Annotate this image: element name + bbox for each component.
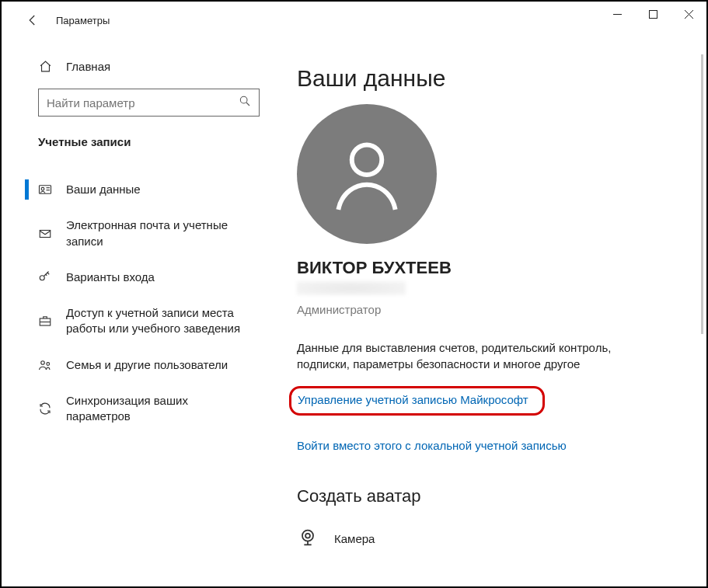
camera-icon xyxy=(297,527,319,551)
avatar xyxy=(297,104,437,244)
sidebar-item-label: Синхронизация ваших параметров xyxy=(66,393,253,425)
key-icon xyxy=(38,270,52,284)
svg-point-15 xyxy=(47,362,50,365)
svg-point-11 xyxy=(40,276,44,280)
create-avatar-heading: Создать аватар xyxy=(297,486,683,506)
sidebar-item-work-access[interactable]: Доступ к учетной записи места работы или… xyxy=(2,295,274,347)
home-icon xyxy=(38,59,52,73)
sidebar-item-label: Семья и другие пользователи xyxy=(66,357,228,373)
camera-label: Камера xyxy=(334,532,375,545)
sidebar-item-your-info[interactable]: Ваши данные xyxy=(2,172,274,207)
minimize-button[interactable] xyxy=(599,2,635,26)
window-title: Параметры xyxy=(56,15,110,26)
user-email-redacted xyxy=(297,281,406,295)
svg-rect-1 xyxy=(649,10,657,18)
highlight-annotation: Управление учетной записью Майкрософт xyxy=(289,386,545,416)
svg-rect-10 xyxy=(40,230,51,237)
svg-point-7 xyxy=(41,188,44,191)
search-input[interactable] xyxy=(38,89,260,117)
page-title: Ваши данные xyxy=(297,65,683,92)
svg-point-16 xyxy=(352,144,382,174)
camera-option[interactable]: Камера xyxy=(297,527,683,551)
close-button[interactable] xyxy=(671,2,706,26)
sidebar-item-label: Электронная почта и учетные записи xyxy=(66,217,253,249)
svg-line-5 xyxy=(246,103,249,106)
window-controls xyxy=(599,2,706,26)
search-field[interactable] xyxy=(47,96,239,110)
sidebar: Главная Учетные записи Ваши данные Элект… xyxy=(2,39,274,586)
account-description: Данные для выставления счетов, родительс… xyxy=(297,339,631,372)
search-icon xyxy=(239,95,251,110)
sidebar-item-label: Ваши данные xyxy=(66,182,141,197)
svg-point-4 xyxy=(240,96,247,103)
user-name: ВИКТОР БУХТЕЕВ xyxy=(297,258,683,278)
svg-point-14 xyxy=(41,360,45,364)
manage-microsoft-account-link[interactable]: Управление учетной записью Майкрософт xyxy=(298,393,528,406)
sidebar-home-label: Главная xyxy=(66,60,110,73)
people-icon xyxy=(38,358,52,372)
back-button[interactable] xyxy=(17,5,48,36)
sidebar-section-label: Учетные записи xyxy=(2,135,274,148)
sync-icon xyxy=(38,402,52,416)
scrollbar[interactable] xyxy=(701,54,703,334)
sidebar-item-label: Доступ к учетной записи места работы или… xyxy=(66,305,253,337)
sidebar-item-sync[interactable]: Синхронизация ваших параметров xyxy=(2,383,274,435)
briefcase-icon xyxy=(38,314,52,328)
sidebar-item-signin-options[interactable]: Варианты входа xyxy=(2,259,274,295)
id-card-icon xyxy=(38,183,52,197)
maximize-button[interactable] xyxy=(635,2,671,26)
sidebar-home[interactable]: Главная xyxy=(2,54,274,78)
svg-point-18 xyxy=(305,534,310,538)
mail-icon xyxy=(38,227,52,241)
titlebar: Параметры xyxy=(2,2,706,39)
svg-point-17 xyxy=(302,531,313,541)
sidebar-item-label: Варианты входа xyxy=(66,270,155,285)
user-role: Администратор xyxy=(297,303,683,316)
sidebar-item-email-accounts[interactable]: Электронная почта и учетные записи xyxy=(2,207,274,259)
main-content: Ваши данные ВИКТОР БУХТЕЕВ Администратор… xyxy=(274,39,706,586)
sidebar-item-family[interactable]: Семья и другие пользователи xyxy=(2,347,274,383)
sign-in-local-account-link[interactable]: Войти вместо этого с локальной учетной з… xyxy=(297,439,567,452)
